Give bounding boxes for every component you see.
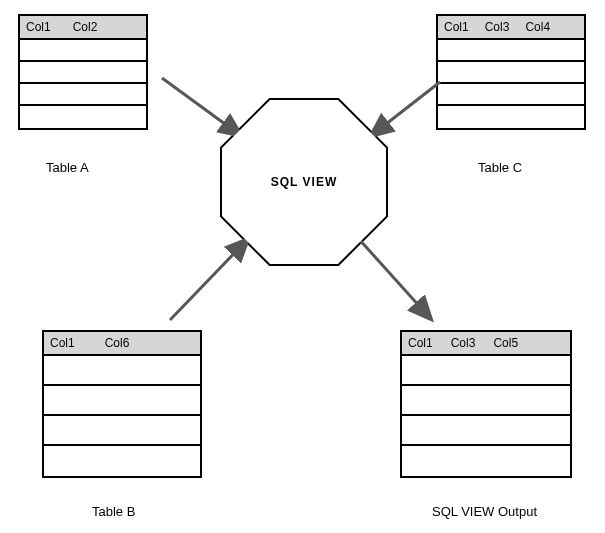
table-row <box>44 446 200 476</box>
table-a-col1: Col1 <box>26 20 51 34</box>
table-c-col1: Col1 <box>444 20 469 34</box>
sql-view-node: SQL VIEW <box>222 100 386 264</box>
sql-view-label: SQL VIEW <box>271 175 337 189</box>
table-b-col1: Col1 <box>50 336 75 350</box>
table-row <box>20 106 146 128</box>
table-c-col3: Col4 <box>525 20 550 34</box>
table-c-header: Col1 Col3 Col4 <box>438 16 584 40</box>
table-output-col2: Col3 <box>451 336 476 350</box>
table-output-col1: Col1 <box>408 336 433 350</box>
table-a: Col1 Col2 <box>18 14 148 130</box>
table-row <box>438 40 584 62</box>
table-output-col3: Col5 <box>493 336 518 350</box>
table-b-caption: Table B <box>92 504 135 519</box>
table-row <box>44 416 200 446</box>
table-c-col2: Col3 <box>485 20 510 34</box>
table-row <box>438 62 584 84</box>
diagram-stage: Col1 Col2 Table A Col1 Col3 Col4 Table C… <box>0 0 605 533</box>
table-row <box>402 356 570 386</box>
table-output-header: Col1 Col3 Col5 <box>402 332 570 356</box>
table-a-caption: Table A <box>46 160 89 175</box>
table-row <box>438 106 584 128</box>
table-row <box>402 446 570 476</box>
table-b: Col1 Col6 <box>42 330 202 478</box>
table-row <box>20 62 146 84</box>
table-a-col2: Col2 <box>73 20 98 34</box>
table-row <box>402 416 570 446</box>
table-b-col2: Col6 <box>105 336 130 350</box>
table-row <box>44 356 200 386</box>
table-a-header: Col1 Col2 <box>20 16 146 40</box>
table-output-caption: SQL VIEW Output <box>432 504 537 519</box>
table-c-caption: Table C <box>478 160 522 175</box>
table-c: Col1 Col3 Col4 <box>436 14 586 130</box>
table-row <box>20 40 146 62</box>
table-row <box>44 386 200 416</box>
table-b-header: Col1 Col6 <box>44 332 200 356</box>
table-output: Col1 Col3 Col5 <box>400 330 572 478</box>
table-row <box>438 84 584 106</box>
table-row <box>402 386 570 416</box>
table-row <box>20 84 146 106</box>
